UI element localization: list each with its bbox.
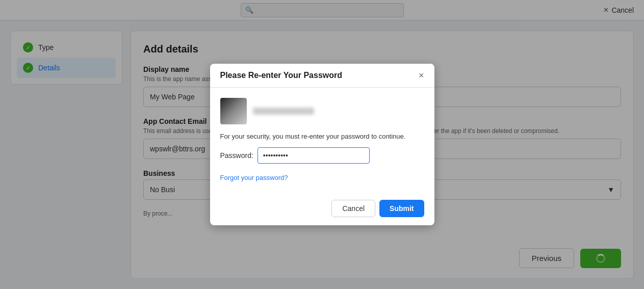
password-row: Password: xyxy=(220,147,424,164)
forgot-password-link[interactable]: Forgot your password? xyxy=(220,174,424,181)
dialog-close-button[interactable]: × xyxy=(419,71,424,80)
dialog-title: Please Re-enter Your Password xyxy=(220,71,343,80)
user-info-row xyxy=(220,98,424,124)
modal-overlay: Please Re-enter Your Password × For your… xyxy=(0,0,644,289)
dialog-cancel-button[interactable]: Cancel xyxy=(331,200,375,217)
dialog-submit-button[interactable]: Submit xyxy=(379,200,424,217)
password-input[interactable] xyxy=(257,147,370,164)
password-label: Password: xyxy=(220,151,253,160)
dialog-footer: Cancel Submit xyxy=(210,194,434,225)
dialog-header: Please Re-enter Your Password × xyxy=(210,64,434,88)
dialog-body: For your security, you must re-enter you… xyxy=(210,88,434,194)
user-name-blurred xyxy=(253,108,314,115)
avatar xyxy=(220,98,247,124)
password-dialog: Please Re-enter Your Password × For your… xyxy=(210,64,434,225)
security-message: For your security, you must re-enter you… xyxy=(220,133,424,140)
